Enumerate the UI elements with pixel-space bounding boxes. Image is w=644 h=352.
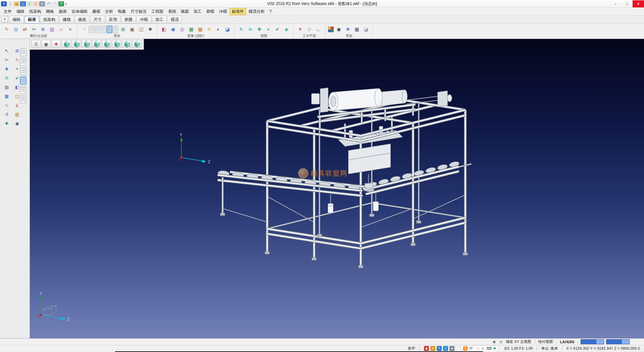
globe-icon[interactable]: ◉ — [335, 25, 343, 33]
workplane-select-icon[interactable]: ◇ — [305, 25, 313, 33]
snowflake-icon[interactable]: ✻ — [344, 25, 352, 33]
document-tablet-icon-3[interactable] — [20, 67, 26, 75]
view-axes-icon[interactable]: ✚ — [52, 40, 61, 48]
zoom-wave-icon[interactable]: ≋ — [246, 25, 254, 33]
tray-app-red-icon[interactable]: ◆ — [424, 346, 429, 351]
mirror-icon[interactable]: ◫ — [13, 92, 21, 100]
tab-modeling[interactable]: 建模 — [59, 16, 74, 24]
tab-die[interactable]: 冲模 — [137, 16, 151, 24]
menu-edit[interactable]: 编辑 — [14, 8, 27, 15]
tray-pencil-icon[interactable]: ✎ — [437, 346, 442, 351]
new-file-icon[interactable]: ▯ — [7, 1, 13, 6]
verify-view-icon[interactable]: ✔ — [273, 25, 281, 33]
measure-view-icon[interactable]: ⌖ — [264, 25, 272, 33]
print-icon[interactable]: ☰ — [39, 1, 45, 6]
table-grid-icon[interactable]: ▦ — [353, 25, 361, 33]
tab-machining[interactable]: 加工 — [152, 16, 167, 24]
move-cube-icon[interactable]: ◧ — [13, 83, 21, 91]
tab-application[interactable]: 应用 — [106, 16, 120, 24]
erase-filter-icon[interactable]: ▱ — [57, 25, 65, 33]
document-tablet-icon-5[interactable] — [20, 86, 26, 94]
swap-attributes-icon[interactable]: ⇄ — [21, 25, 29, 33]
sogou-logo-icon[interactable]: S — [463, 346, 468, 351]
shaded-render-icon[interactable]: ◧ — [160, 25, 168, 33]
iso-rear-view-cube-icon[interactable] — [132, 40, 141, 48]
profile-list-icon-3[interactable] — [101, 26, 106, 33]
texture-render-icon[interactable]: ▩ — [196, 25, 204, 33]
undo-icon[interactable]: ↶ — [46, 1, 51, 6]
menu-file[interactable]: 文件 — [1, 8, 14, 15]
export-icon[interactable]: ⇧ — [33, 1, 39, 6]
wireframe-render-icon[interactable]: ◉ — [169, 25, 177, 33]
workplane-normal-icon[interactable]: ∟ — [314, 25, 322, 33]
menu-machining[interactable]: 加工 — [191, 8, 204, 15]
document-tablet-icon-6[interactable] — [20, 95, 26, 103]
help-icon[interactable]: ? — [58, 1, 64, 6]
menu-system[interactable]: 系统 — [166, 8, 178, 15]
document-tablet-icon-active[interactable] — [20, 77, 26, 84]
ime-keyboard-icon[interactable]: ⌨ — [486, 346, 492, 351]
document-tablet-icon-2[interactable] — [20, 58, 26, 65]
document-tablet-icon-1[interactable] — [20, 48, 26, 56]
tab-mold[interactable]: 塑膜 — [121, 16, 136, 24]
ime-toolbox-icon[interactable]: ✚ — [493, 346, 496, 351]
view-status[interactable]: 绝对视图 — [537, 339, 555, 344]
menu-modeling[interactable]: 建模 — [90, 8, 103, 15]
color-grid-icon[interactable] — [328, 27, 334, 32]
view-list-icon[interactable]: ☰ — [32, 40, 41, 48]
menu-flow-analysis[interactable]: 模流分析 — [246, 8, 267, 15]
tab-flow[interactable]: 模流 — [167, 16, 182, 24]
minimize-button[interactable]: – — [610, 0, 621, 7]
tray-app-gold-icon[interactable]: ● — [430, 346, 435, 351]
menu-drawing[interactable]: 工程图 — [149, 8, 166, 15]
maximize-button[interactable]: □ — [621, 0, 633, 7]
import-icon[interactable]: ⇩ — [26, 1, 32, 6]
front-view-cube-icon[interactable] — [72, 40, 81, 48]
left-view-cube-icon[interactable] — [92, 40, 101, 48]
menu-die[interactable]: 冲模 — [217, 8, 229, 15]
menu-solid-edit[interactable]: 实体编辑 — [69, 8, 90, 15]
trim-scissors-icon[interactable]: ✂ — [3, 56, 10, 63]
menu-mold[interactable]: 塑模 — [204, 8, 217, 15]
reset-filter-icon[interactable]: ≡ — [66, 25, 74, 33]
tab-surface[interactable]: 曲面 — [75, 16, 90, 24]
tab-wireframe[interactable]: 线架构 — [40, 16, 59, 24]
confirm-check-icon[interactable]: ✔ — [13, 74, 21, 82]
pan-view-icon[interactable]: ✚ — [255, 25, 263, 33]
tab-dropdown-button[interactable]: ▼ — [1, 16, 8, 23]
tab-edit[interactable]: 编辑 — [9, 16, 24, 24]
plus-create-icon[interactable]: ✚ — [3, 120, 10, 127]
iso-view-cube-icon[interactable] — [62, 40, 71, 48]
profile-list-icon-active[interactable] — [107, 26, 112, 33]
ime-punctuation-icon[interactable]: ’ — [474, 346, 475, 351]
top-view-cube-icon[interactable] — [112, 40, 121, 48]
dark-gear-icon[interactable]: ❖ — [146, 25, 154, 33]
select-arrow-icon[interactable]: ↖ — [3, 47, 10, 54]
tray-user-icon[interactable]: ☻ — [449, 346, 454, 351]
workplane-status[interactable]: 修改 XY 主视图 — [504, 339, 533, 344]
cut-filter-icon[interactable]: ✂ — [30, 25, 38, 33]
layer-status[interactable]: LAYER0 — [558, 340, 576, 344]
sketch-pencil-icon[interactable]: ✎ — [13, 56, 21, 63]
close-button[interactable]: ✕ — [633, 0, 644, 7]
history-undo-icon[interactable]: ↺ — [3, 111, 10, 118]
hidden-line-icon[interactable]: ◎ — [178, 25, 186, 33]
solid-block-icon[interactable]: ▣ — [128, 25, 136, 33]
ime-emoji-icon[interactable]: ☺ — [476, 346, 480, 351]
gem-view-icon[interactable]: ◈ — [282, 25, 290, 33]
render-mode-icon[interactable]: ◉ — [491, 340, 498, 344]
layers-stack-icon[interactable]: ▤ — [3, 83, 10, 91]
menu-analysis[interactable]: 分析 — [103, 8, 115, 15]
quick-access-dropdown[interactable]: ▾ — [64, 2, 68, 5]
corner-indicator-icon[interactable]: ◕ — [639, 350, 641, 352]
edit-attributes-icon[interactable]: ✎ — [3, 25, 11, 33]
block-pair-icon[interactable]: ◫ — [137, 25, 145, 33]
column-filter-icon[interactable]: ▥ — [48, 25, 56, 33]
section-view-icon[interactable]: ◪ — [223, 25, 231, 33]
tab-standard[interactable]: 标准 — [24, 16, 39, 24]
angle-dimension-icon[interactable]: ∠ — [13, 101, 21, 109]
snap-cross-icon[interactable]: ✚ — [3, 65, 10, 73]
save-icon[interactable]: ◫ — [20, 1, 26, 6]
rotate-view-icon[interactable]: ⟳ — [3, 74, 10, 82]
ime-language-icon[interactable]: 中 — [469, 346, 473, 351]
